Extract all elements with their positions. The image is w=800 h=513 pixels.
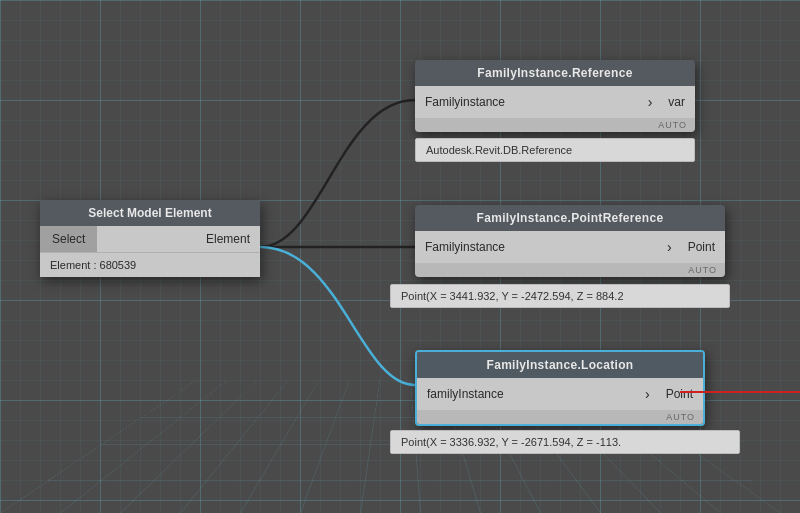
- family-instance-point-reference-footer: AUTO: [415, 263, 725, 277]
- family-instance-location-node: FamilyInstance.Location familyInstance ›…: [415, 350, 705, 426]
- select-model-element-title: Select Model Element: [40, 200, 260, 226]
- family-instance-point-reference-body: Familyinstance › Point: [415, 231, 725, 263]
- family-instance-reference-title: FamilyInstance.Reference: [415, 60, 695, 86]
- element-output-label: Element: [97, 226, 260, 252]
- family-instance-point-reference-title: FamilyInstance.PointReference: [415, 205, 725, 231]
- arrow-icon-2: ›: [661, 239, 678, 255]
- arrow-icon: ›: [642, 94, 659, 110]
- arrow-icon-3: ›: [639, 386, 656, 402]
- family-instance-location-output: Point: [656, 381, 703, 407]
- family-instance-point-reference-node: FamilyInstance.PointReference Familyinst…: [415, 205, 725, 277]
- family-instance-reference-output-box: Autodesk.Revit.DB.Reference: [415, 138, 695, 162]
- select-node-row: Select Element: [40, 226, 260, 252]
- family-instance-location-footer: AUTO: [417, 410, 703, 424]
- family-instance-reference-node: FamilyInstance.Reference Familyinstance …: [415, 60, 695, 132]
- family-instance-reference-footer: AUTO: [415, 118, 695, 132]
- family-instance-reference-body: Familyinstance › var: [415, 86, 695, 118]
- family-instance-location-body: familyInstance › Point: [417, 378, 703, 410]
- element-info: Element : 680539: [40, 252, 260, 277]
- family-instance-location-title: FamilyInstance.Location: [417, 352, 703, 378]
- family-instance-location-output-box: Point(X = 3336.932, Y = -2671.594, Z = -…: [390, 430, 740, 454]
- axis-line: [680, 391, 800, 393]
- select-button[interactable]: Select: [40, 226, 97, 252]
- family-instance-reference-input: Familyinstance: [415, 89, 642, 115]
- family-instance-point-reference-output-box: Point(X = 3441.932, Y = -2472.594, Z = 8…: [390, 284, 730, 308]
- family-instance-point-reference-output: Point: [678, 234, 725, 260]
- family-instance-point-reference-input: Familyinstance: [415, 234, 661, 260]
- family-instance-reference-output: var: [658, 89, 695, 115]
- family-instance-location-input: familyInstance: [417, 381, 639, 407]
- select-model-element-node: Select Model Element Select Element Elem…: [40, 200, 260, 277]
